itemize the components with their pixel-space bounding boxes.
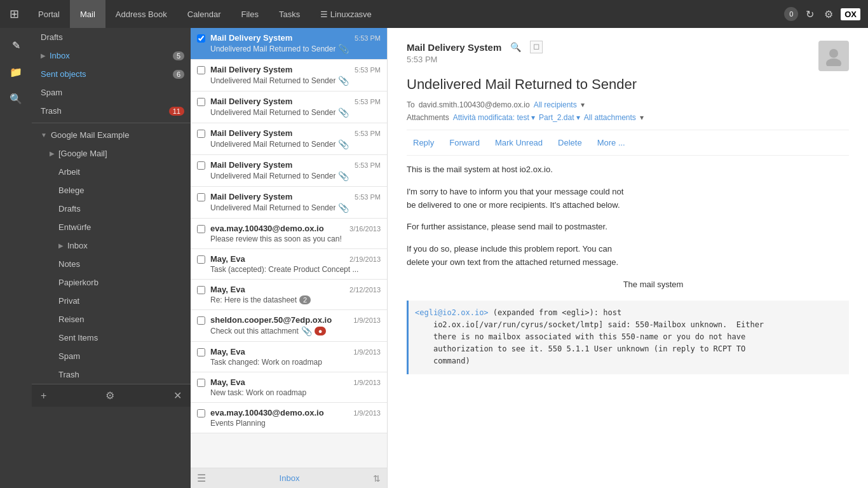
list-item[interactable]: Mail Delivery System 5:53 PM Undelivered… bbox=[191, 187, 387, 219]
tab-tasks[interactable]: Tasks bbox=[269, 0, 310, 28]
body-para3: For further assistance, please send mail… bbox=[407, 220, 849, 234]
list-item[interactable]: May, Eva 1/9/2013 New task: Work on road… bbox=[191, 372, 387, 403]
add-folder-button[interactable]: + bbox=[41, 390, 46, 402]
email-checkbox[interactable] bbox=[197, 316, 205, 325]
delete-button[interactable]: Delete bbox=[552, 135, 588, 150]
folder-inbox2[interactable]: ▶ Inbox bbox=[32, 236, 191, 255]
search-sender-icon[interactable]: 🔍 bbox=[510, 42, 521, 52]
email-checkbox[interactable] bbox=[197, 193, 205, 201]
list-item[interactable]: eva.may.100430@demo.ox.io 1/9/2013 Event… bbox=[191, 403, 387, 433]
email-list-items: Mail Delivery System 5:53 PM Undelivered… bbox=[191, 28, 387, 468]
email-checkbox[interactable] bbox=[197, 98, 205, 106]
search-icon-btn[interactable]: 🔍 bbox=[4, 86, 28, 111]
svg-point-0 bbox=[829, 49, 838, 58]
body-para1: This is the mail system at host io2.ox.i… bbox=[407, 163, 849, 177]
email-checkbox[interactable] bbox=[197, 409, 205, 417]
all-attachments-link[interactable]: All attachments bbox=[584, 113, 636, 122]
list-item[interactable]: sheldon.cooper.50@7edp.ox.io 1/9/2013 Ch… bbox=[191, 310, 387, 342]
body-code: <egli@io2.ox.io> (expanded from <egli>):… bbox=[407, 301, 849, 374]
all-attachments-chevron: ▾ bbox=[640, 113, 644, 122]
list-item[interactable]: Mail Delivery System 5:53 PM Undelivered… bbox=[191, 28, 387, 60]
folder-sent-objects[interactable]: Sent objects 6 bbox=[32, 65, 191, 83]
sort-icon[interactable]: ⇅ bbox=[373, 473, 381, 484]
settings-button[interactable]: ⚙ bbox=[822, 6, 836, 23]
email-checkbox[interactable] bbox=[197, 130, 205, 138]
folder-belege[interactable]: Belege bbox=[32, 181, 191, 200]
email-link[interactable]: <egli@io2.ox.io> bbox=[415, 308, 489, 317]
folder-entwurfe[interactable]: Entwürfe bbox=[32, 218, 191, 236]
attachment-icon: 📎 bbox=[338, 139, 349, 149]
email-checkbox[interactable] bbox=[197, 286, 205, 294]
email-checkbox[interactable] bbox=[197, 379, 205, 387]
email-checkbox[interactable] bbox=[197, 255, 205, 264]
email-list: Mail Delivery System 5:53 PM Undelivered… bbox=[191, 28, 388, 488]
folder-reisen[interactable]: Reisen bbox=[32, 310, 191, 329]
attachment1-link[interactable]: Attività modificata: test ▾ bbox=[453, 113, 535, 122]
tab-files[interactable]: Files bbox=[231, 0, 269, 28]
email-body: This is the mail system at host io2.ox.i… bbox=[407, 163, 849, 374]
trash-badge: 11 bbox=[169, 107, 184, 116]
list-item[interactable]: May, Eva 2/19/2013 Task (accepted): Crea… bbox=[191, 249, 387, 280]
email-checkbox[interactable] bbox=[197, 161, 205, 170]
compose-icon-btn[interactable]: ✎ bbox=[4, 33, 28, 57]
folder-google-mail[interactable]: ▼ Google Mail Example bbox=[32, 126, 191, 144]
email-checkbox[interactable] bbox=[197, 34, 205, 43]
delete-folder-button[interactable]: ✕ bbox=[173, 390, 182, 402]
folder-spam[interactable]: Spam bbox=[32, 83, 191, 102]
star-button[interactable]: ☐ bbox=[530, 41, 543, 53]
folder-papierkorb[interactable]: Papierkorb bbox=[32, 273, 191, 292]
folder-sent-items[interactable]: Sent Items bbox=[32, 329, 191, 347]
all-recipients-link[interactable]: All recipients bbox=[534, 100, 577, 109]
tab-addressbook[interactable]: Address Book bbox=[105, 0, 177, 28]
thread-count: 2 bbox=[299, 295, 311, 304]
body-para4: If you do so, please include this proble… bbox=[407, 243, 849, 269]
refresh-button[interactable]: ↻ bbox=[803, 6, 817, 23]
more-button[interactable]: More ... bbox=[591, 135, 632, 150]
inbox-badge: 5 bbox=[173, 51, 184, 60]
reply-button[interactable]: Reply bbox=[407, 135, 440, 150]
forward-button[interactable]: Forward bbox=[443, 135, 486, 150]
app-grid-button[interactable]: ⊞ bbox=[0, 0, 28, 28]
list-item[interactable]: Mail Delivery System 5:53 PM Undelivered… bbox=[191, 123, 387, 155]
email-list-footer: ☰ Inbox ⇅ bbox=[191, 468, 387, 488]
sender-name: Mail Delivery System bbox=[407, 42, 501, 53]
tab-calendar[interactable]: Calendar bbox=[177, 0, 231, 28]
attachment-icon: 📎 bbox=[338, 107, 349, 118]
email-checkbox[interactable] bbox=[197, 66, 205, 74]
list-item[interactable]: eva.may.100430@demo.ox.io 3/16/2013 Plea… bbox=[191, 219, 387, 249]
list-item[interactable]: May, Eva 2/12/2013 Re: Here is the datas… bbox=[191, 280, 387, 310]
folder-arbeit[interactable]: Arbeit bbox=[32, 163, 191, 181]
list-item[interactable]: Mail Delivery System 5:53 PM Undelivered… bbox=[191, 60, 387, 92]
tab-portal[interactable]: Portal bbox=[28, 0, 70, 28]
email-checkbox[interactable] bbox=[197, 225, 205, 233]
folder-google-mail-sub[interactable]: ▶ [Google Mail] bbox=[32, 144, 191, 163]
folder-privat[interactable]: Privat bbox=[32, 292, 191, 310]
attachments-label: Attachments bbox=[407, 113, 449, 122]
sidebar-icons: ✎ 📁 🔍 bbox=[0, 28, 32, 488]
folder-trash[interactable]: Trash 11 bbox=[32, 102, 191, 120]
folder-icon-btn[interactable]: 📁 bbox=[4, 60, 28, 84]
unread-badge: ● bbox=[315, 327, 327, 336]
folder-spam2[interactable]: Spam bbox=[32, 347, 191, 365]
list-item[interactable]: May, Eva 1/9/2013 Task changed: Work on … bbox=[191, 342, 387, 372]
body-para2: I'm sorry to have to inform you that you… bbox=[407, 186, 849, 212]
folder-inbox[interactable]: ▶ Inbox 5 bbox=[32, 46, 191, 65]
folder-drafts[interactable]: Drafts bbox=[32, 28, 191, 46]
folder-trash2[interactable]: Trash bbox=[32, 365, 191, 384]
folder-settings-button[interactable]: ⚙ bbox=[105, 390, 114, 402]
email-meta-to: To david.smith.100430@demo.ox.io All rec… bbox=[407, 100, 849, 109]
list-item[interactable]: Mail Delivery System 5:53 PM Undelivered… bbox=[191, 155, 387, 187]
to-address: david.smith.100430@demo.ox.io bbox=[419, 100, 530, 109]
folder-divider bbox=[32, 123, 191, 123]
email-checkbox[interactable] bbox=[197, 348, 205, 356]
tab-mail[interactable]: Mail bbox=[70, 0, 105, 28]
folder-drafts2[interactable]: Drafts bbox=[32, 200, 191, 218]
email-actions: Reply Forward Mark Unread Delete More ..… bbox=[407, 130, 849, 156]
folder-notes[interactable]: Notes bbox=[32, 255, 191, 273]
notification-badge: 0 bbox=[784, 7, 798, 21]
list-view-icon[interactable]: ☰ bbox=[197, 472, 206, 484]
list-item[interactable]: Mail Delivery System 5:53 PM Undelivered… bbox=[191, 92, 387, 123]
attachment2-link[interactable]: Part_2.dat ▾ bbox=[539, 113, 580, 122]
mark-unread-button[interactable]: Mark Unread bbox=[489, 135, 549, 150]
tab-linux[interactable]: ☰ Linuxzasve bbox=[310, 0, 382, 28]
